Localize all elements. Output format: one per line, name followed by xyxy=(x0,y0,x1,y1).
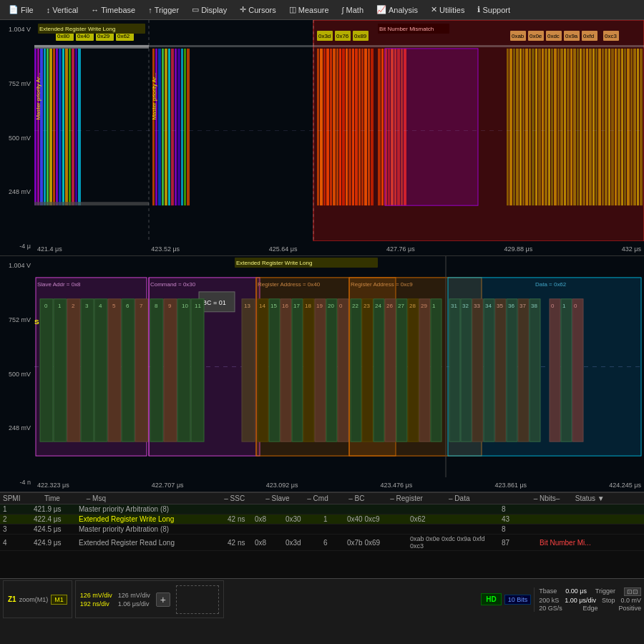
svg-rect-171 xyxy=(191,299,204,441)
svg-rect-99 xyxy=(545,49,547,205)
by-label-4: 248 mV xyxy=(1,424,33,431)
svg-rect-107 xyxy=(570,49,572,205)
menu-analysis[interactable]: 📈 Analysis xyxy=(371,3,424,16)
svg-text:28: 28 xyxy=(409,303,416,309)
svg-rect-226 xyxy=(518,299,529,441)
svg-rect-119 xyxy=(608,49,610,205)
table-row[interactable]: 3 424.5 μs Master priority Arbitration (… xyxy=(0,525,644,535)
svg-rect-104 xyxy=(560,49,563,205)
tbase-label: Tbase xyxy=(539,587,557,596)
bx-label-3: 423.476 μs xyxy=(381,482,413,489)
svg-rect-195 xyxy=(351,299,361,441)
menu-timebase[interactable]: ↔ Timebase xyxy=(85,4,141,16)
svg-rect-54 xyxy=(358,49,361,205)
time-scale: 192 ns/div xyxy=(80,600,112,608)
svg-text:24: 24 xyxy=(375,303,381,309)
svg-rect-123 xyxy=(621,49,623,205)
svg-text:0x80: 0x80 xyxy=(57,33,70,39)
svg-rect-58 xyxy=(371,49,374,205)
ch-scale-section: 126 mV/div 192 ns/div 126 mV/div 1.06 μs… xyxy=(75,580,224,618)
svg-text:1: 1 xyxy=(432,303,436,309)
svg-rect-234 xyxy=(572,299,583,441)
samples-label: 200 kS xyxy=(539,597,559,604)
menu-measure[interactable]: ◫ Measure xyxy=(283,3,335,16)
svg-rect-159 xyxy=(135,299,148,441)
svg-rect-9 xyxy=(56,49,58,205)
svg-rect-11 xyxy=(62,49,64,205)
svg-rect-42 xyxy=(320,49,323,205)
svg-rect-209 xyxy=(431,299,441,441)
x-label-2: 425.64 μs xyxy=(269,245,298,253)
bx-label-1: 422.707 μs xyxy=(152,482,184,489)
table-row[interactable]: 4 424.9 μs Extended Register Read Long 4… xyxy=(0,535,644,551)
svg-rect-52 xyxy=(352,49,354,205)
bottom-x-axis: 422.323 μs 422.707 μs 423.092 μs 423.476… xyxy=(34,479,644,492)
svg-text:0x3d: 0x3d xyxy=(318,33,331,39)
timebase-icon: ↔ xyxy=(91,6,99,14)
svg-rect-220 xyxy=(484,299,494,441)
svg-rect-101 xyxy=(551,49,553,205)
svg-text:19: 19 xyxy=(316,303,323,309)
svg-rect-38 xyxy=(187,49,190,205)
menu-vertical[interactable]: ↕ Vertical xyxy=(41,4,84,16)
menu-cursors[interactable]: ✛ Cursors xyxy=(234,3,282,16)
menu-display[interactable]: ▭ Display xyxy=(186,3,233,16)
cursors-icon: ✛ xyxy=(240,5,246,14)
svg-rect-50 xyxy=(346,49,348,205)
status-bar: Z1 zoom(M1) M1 126 mV/div 192 ns/div 126… xyxy=(0,578,644,620)
svg-text:0x76: 0x76 xyxy=(336,33,349,39)
svg-rect-37 xyxy=(184,49,186,205)
menu-bar: 📄 File ↕ Vertical ↔ Timebase ↑ Trigger ▭… xyxy=(0,0,644,20)
by-label-5: -4 n xyxy=(1,479,33,486)
table-row[interactable]: 2 422.4 μs Extended Register Write Long … xyxy=(0,514,644,525)
file-icon: 📄 xyxy=(9,5,19,14)
bottom-waveform-svg: Extended Register Write Long Slave Addr … xyxy=(34,256,644,477)
svg-text:Master priority Ar...: Master priority Ar... xyxy=(151,72,157,119)
support-icon: ℹ xyxy=(477,5,480,14)
svg-rect-122 xyxy=(618,49,620,205)
svg-rect-145 xyxy=(40,299,53,441)
sample-rate-label: 20 GS/s xyxy=(539,605,562,612)
trigger-mode-badge: ⊡⊡ xyxy=(624,587,641,596)
by-label-3: 500 mV xyxy=(1,371,33,378)
svg-rect-3 xyxy=(37,49,39,205)
x-label-1: 423.52 μs xyxy=(151,245,180,253)
svg-rect-129 xyxy=(640,49,643,205)
menu-file[interactable]: 📄 File xyxy=(3,3,39,16)
svg-rect-224 xyxy=(507,299,517,441)
svg-rect-41 xyxy=(317,49,319,205)
svg-text:17: 17 xyxy=(293,303,300,309)
svg-text:1: 1 xyxy=(562,303,566,309)
svg-rect-147 xyxy=(54,299,67,441)
menu-support[interactable]: ℹ Support xyxy=(472,3,516,16)
svg-text:0: 0 xyxy=(574,303,577,309)
svg-rect-47 xyxy=(336,49,338,205)
svg-rect-18 xyxy=(34,202,149,205)
menu-math[interactable]: ∫ Math xyxy=(336,4,369,16)
svg-text:15: 15 xyxy=(270,303,277,309)
x-label-0: 421.4 μs xyxy=(37,245,62,253)
svg-rect-151 xyxy=(81,299,94,441)
col-data: – Data xyxy=(449,494,528,502)
svg-rect-49 xyxy=(342,49,345,205)
svg-text:23: 23 xyxy=(364,303,370,309)
svg-rect-155 xyxy=(108,299,121,441)
menu-utilities[interactable]: ✕ Utilities xyxy=(425,3,470,16)
svg-text:Data = 0x62: Data = 0x62 xyxy=(535,281,567,288)
bx-label-4: 423.861 μs xyxy=(494,482,527,489)
svg-text:0x29: 0x29 xyxy=(97,33,110,39)
svg-rect-124 xyxy=(624,49,626,205)
svg-rect-87 xyxy=(507,49,509,205)
svg-rect-91 xyxy=(519,49,522,205)
svg-rect-94 xyxy=(529,49,531,205)
svg-rect-8 xyxy=(53,49,55,205)
svg-rect-185 xyxy=(303,299,314,441)
svg-rect-48 xyxy=(339,49,341,205)
svg-text:7: 7 xyxy=(140,303,143,309)
svg-rect-90 xyxy=(516,49,519,205)
zoom-indicator-box xyxy=(176,585,219,614)
table-row[interactable]: 1 421.9 μs Master priority Arbitration (… xyxy=(0,504,644,514)
add-channel-button[interactable]: + xyxy=(156,592,170,607)
svg-rect-205 xyxy=(408,299,419,441)
menu-trigger[interactable]: ↑ Trigger xyxy=(142,4,185,16)
